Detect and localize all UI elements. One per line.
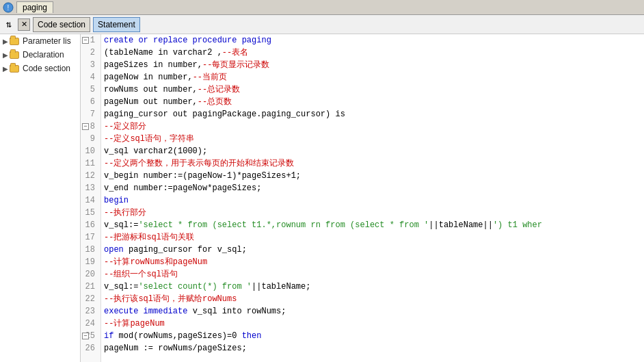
line-number: 7	[81, 108, 98, 120]
svg-text:!: !	[8, 4, 10, 12]
code-line: --执行部分	[104, 207, 641, 219]
line-number: 6	[81, 96, 98, 108]
line-number: 17	[81, 231, 98, 244]
line-number: 12	[81, 170, 98, 182]
line-number: 26	[81, 342, 98, 354]
code-line: v_sql:='select * from (select t1.*,rownu…	[104, 219, 641, 231]
folder-icon	[10, 36, 21, 46]
line-number: 13	[81, 182, 98, 194]
code-line: v_sql varchar2(1000);	[104, 145, 641, 157]
title-tab[interactable]: paging	[16, 1, 53, 13]
code-line: v_end number:=pageNow*pageSizes;	[104, 182, 641, 194]
code-line: --定义部分	[104, 120, 641, 133]
line-number: −1	[81, 34, 98, 47]
code-line: if mod(rowNums,pageSizes)=0 then	[104, 330, 641, 342]
code-line: --计算pageNum	[104, 318, 641, 330]
code-line: create or replace procedure paging	[104, 34, 641, 47]
code-line: v_sql:='select count(*) from '||tableNam…	[104, 281, 641, 293]
folder-icon	[10, 64, 21, 73]
code-line: execute immediate v_sql into rowNums;	[104, 305, 641, 318]
code-line: --执行该sql语句，并赋给rowNums	[104, 293, 641, 305]
expand-icon: ▶	[1, 51, 10, 59]
toolbar: ⇅ ✕ Code section Statement	[0, 15, 644, 34]
code-line: --组织一个sql语句	[104, 268, 641, 281]
code-line: pageNow in number,--当前页	[104, 71, 641, 83]
sidebar-label-parameter: Parameter lis	[23, 36, 71, 46]
code-line: begin	[104, 194, 641, 207]
line-number: −25	[81, 330, 98, 342]
code-line: pageNum := rowNums/pageSizes;	[104, 342, 641, 354]
line-number: 10	[81, 145, 98, 157]
line-number: 18	[81, 244, 98, 256]
code-line: rowNums out number,--总记录数	[104, 83, 641, 96]
main-area: ▶ Parameter lis ▶ Declaration ▶ Code sec…	[0, 34, 644, 362]
line-number: 3	[81, 59, 98, 71]
line-number: −8	[81, 120, 98, 133]
line-number: 16	[81, 219, 98, 231]
sidebar-label-declaration: Declaration	[23, 50, 64, 60]
code-line: --把游标和sql语句关联	[104, 231, 641, 244]
code-line: open paging_cursor for v_sql;	[104, 244, 641, 256]
expand-icon: ▶	[1, 37, 10, 45]
sidebar-item-parameter[interactable]: ▶ Parameter lis	[0, 34, 80, 48]
statement-button[interactable]: Statement	[93, 17, 140, 32]
line-numbers: −1234567−8910111213141516171819202122232…	[81, 34, 101, 362]
code-line: (tableName in varchar2 ,--表名	[104, 47, 641, 59]
sidebar-item-declaration[interactable]: ▶ Declaration	[0, 48, 80, 62]
line-number: 4	[81, 71, 98, 83]
fold-marker[interactable]: −	[82, 123, 89, 130]
line-number: 20	[81, 268, 98, 281]
line-number: 14	[81, 194, 98, 207]
code-content[interactable]: create or replace procedure paging (tabl…	[101, 34, 644, 362]
close-button[interactable]: ✕	[18, 18, 30, 31]
fold-marker[interactable]: −	[82, 333, 89, 339]
line-number: 24	[81, 318, 98, 330]
code-line: --计算rowNums和pageNum	[104, 256, 641, 268]
sidebar-label-codesection: Code section	[23, 64, 70, 73]
code-line: pageSizes in number,--每页显示记录数	[104, 59, 641, 71]
expand-icon: ▶	[1, 64, 10, 73]
app-icon: !	[3, 2, 14, 13]
sidebar: ▶ Parameter lis ▶ Declaration ▶ Code sec…	[0, 34, 81, 362]
code-editor: −1234567−8910111213141516171819202122232…	[81, 34, 644, 362]
line-number: 19	[81, 256, 98, 268]
code-section-button[interactable]: Code section	[33, 17, 90, 32]
code-line: paging_cursor out pagingPackage.paging_c…	[104, 108, 641, 120]
code-line: --定义两个整数，用于表示每页的开始和结束记录数	[104, 157, 641, 170]
line-number: 2	[81, 47, 98, 59]
code-line: v_begin number:=(pageNow-1)*pageSizes+1;	[104, 170, 641, 182]
title-bar: ! paging	[0, 0, 644, 15]
code-line: --定义sql语句，字符串	[104, 133, 641, 145]
line-number: 5	[81, 83, 98, 96]
line-number: 23	[81, 305, 98, 318]
fold-marker[interactable]: −	[82, 37, 89, 44]
code-line: pageNum out number,--总页数	[104, 96, 641, 108]
line-number: 11	[81, 157, 98, 170]
sort-icon[interactable]: ⇅	[3, 18, 15, 31]
sidebar-item-codesection[interactable]: ▶ Code section	[0, 62, 80, 75]
line-number: 9	[81, 133, 98, 145]
folder-icon	[10, 50, 21, 60]
line-number: 21	[81, 281, 98, 293]
line-number: 15	[81, 207, 98, 219]
line-number: 22	[81, 293, 98, 305]
